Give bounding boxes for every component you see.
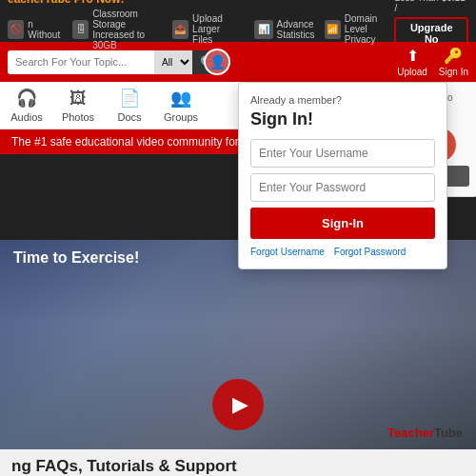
upload-nav-icon: ⬆	[407, 47, 419, 65]
audios-icon: 🎧	[16, 88, 37, 109]
username-input[interactable]	[250, 139, 435, 168]
promo-left: eacherTube Pro Now! 🚫 n Without 🗄 Classr…	[8, 0, 394, 50]
stats-icon: 📊	[254, 20, 273, 39]
promo-item-label-3: Upload LargerFiles	[192, 13, 245, 45]
dropdown-links: Forgot Username Forgot Password	[250, 247, 435, 257]
teachertube-logo-tube: Tube	[434, 426, 463, 440]
footer-section: ng FAQs, Tutorials & Support e Support T…	[0, 449, 476, 476]
search-container: All 🔍	[8, 50, 198, 74]
signin-button[interactable]: Sign-In	[250, 208, 435, 239]
play-button[interactable]	[212, 379, 264, 430]
upload-icon: 📤	[172, 20, 188, 39]
docs-icon: 📄	[119, 88, 140, 109]
nav-avatar[interactable]: 👤	[204, 49, 230, 75]
groups-icon: 👥	[170, 88, 191, 109]
password-input[interactable]	[250, 173, 435, 202]
nav-item-photos[interactable]: 🖼 Photos	[59, 89, 97, 123]
search-input[interactable]	[8, 50, 154, 74]
photos-icon: 🖼	[69, 89, 87, 109]
storage-icon: 🗄	[72, 20, 89, 39]
promo-item-label-4: AdvanceStatistics	[277, 19, 315, 40]
signin-nav-action[interactable]: 🔑 Sign In	[439, 47, 468, 77]
forgot-password-link[interactable]: Forgot Password	[334, 247, 407, 257]
signin-nav-icon: 🔑	[444, 47, 463, 65]
promo-title: eacherTube Pro Now!	[8, 0, 394, 6]
nav-actions: ⬆ Upload 🔑 Sign In	[397, 47, 468, 77]
video-label: Time to Exercise!	[13, 249, 139, 267]
photos-label: Photos	[62, 111, 94, 123]
promo-item-2: 🗄 Classroom StorageIncreased to 30GB	[72, 9, 163, 50]
promo-item-4: 📊 AdvanceStatistics	[254, 9, 315, 50]
no-ads-icon: 🚫	[8, 20, 24, 39]
promo-item-label-5: Domain LevelPrivacy	[345, 13, 395, 45]
signin-title: Sign In!	[250, 109, 435, 129]
footer-title: ng FAQs, Tutorials & Support	[11, 457, 465, 476]
promo-item-label-1: n Without	[28, 19, 63, 40]
privacy-icon: 📶	[325, 20, 341, 39]
audios-label: Audios	[10, 111, 43, 123]
already-member-text: Already a member?	[250, 94, 435, 106]
signin-dropdown: Already a member? Sign In! Sign-In Forgo…	[238, 82, 447, 269]
promo-item-3: 📤 Upload LargerFiles	[172, 9, 245, 50]
teachertube-logo: TeacherTube	[387, 426, 463, 440]
avatar-icon: 👤	[209, 54, 226, 69]
nav-item-docs[interactable]: 📄 Docs	[110, 88, 149, 123]
nav-item-groups[interactable]: 👥 Groups	[162, 88, 200, 123]
promo-item-label-2: Classroom StorageIncreased to 30GB	[92, 9, 163, 50]
groups-label: Groups	[164, 111, 198, 123]
promo-item-5: 📶 Domain LevelPrivacy	[325, 9, 395, 50]
docs-label: Docs	[117, 111, 141, 123]
promo-item-1: 🚫 n Without	[8, 9, 63, 50]
hero-text: The #1 safe educational video community …	[11, 135, 239, 149]
upgrade-button[interactable]: Upgrade No	[394, 17, 468, 50]
promo-items: 🚫 n Without 🗄 Classroom StorageIncreased…	[8, 9, 394, 50]
teachertube-logo-text: Teacher	[387, 426, 434, 440]
nav-item-audios[interactable]: 🎧 Audios	[8, 88, 46, 123]
upload-nav-action[interactable]: ⬆ Upload	[397, 47, 427, 77]
promo-bar: eacherTube Pro Now! 🚫 n Without 🗄 Classr…	[0, 0, 476, 42]
signin-nav-label: Sign In	[439, 67, 468, 77]
promo-right: Less Than $0.11 / Upgrade No	[394, 0, 468, 50]
forgot-username-link[interactable]: Forgot Username	[250, 247, 325, 257]
upload-nav-label: Upload	[397, 67, 427, 77]
promo-price: Less Than $0.11 /	[394, 0, 468, 13]
video-thumbnail[interactable]: Time to Exercise!	[0, 240, 476, 449]
category-select[interactable]: All	[154, 50, 192, 74]
